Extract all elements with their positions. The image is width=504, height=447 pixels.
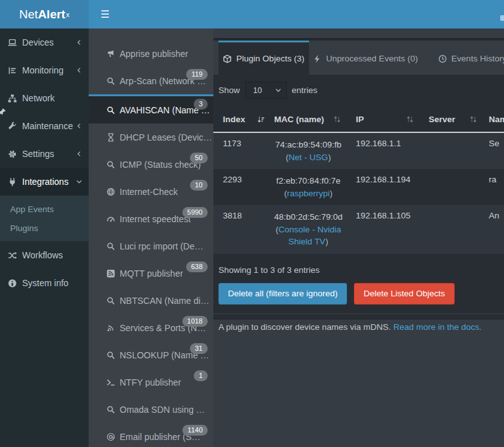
search-icon (106, 351, 115, 360)
docs-link[interactable]: Read more in the docs. (393, 322, 482, 332)
sidebar-item-label: Workflows (22, 250, 82, 260)
sidebar-item-network[interactable]: Network (0, 84, 89, 112)
chevron-left-icon (76, 123, 82, 129)
column-header-ip[interactable]: IP (346, 107, 419, 132)
plugin-item-luci-rpc-import[interactable]: Luci rpc import (De… (89, 232, 213, 260)
wrench-icon (8, 122, 17, 131)
sidebar-item-system-info[interactable]: System info (0, 269, 89, 297)
delete-listed-button[interactable]: Delete Listed Objects (354, 283, 454, 305)
column-label: Index (223, 115, 245, 124)
terminal-icon (106, 378, 115, 387)
paren: ) (325, 237, 329, 246)
plugin-item-label: Luci rpc import (De… (120, 241, 203, 251)
device-link[interactable]: raspberrypi (287, 189, 330, 198)
column-header-server[interactable]: Server (419, 107, 482, 132)
plugin-item-apprise-publisher[interactable]: Apprise publisher (89, 40, 213, 67)
plugin-item-dhcp-leases[interactable]: DHCP Leases (Devic… (89, 123, 213, 151)
plugin-item-label: Internet-Check (120, 187, 178, 197)
submenu-item-app-events[interactable]: App Events (0, 199, 89, 218)
tab-label: Unprocessed Events (0) (326, 54, 418, 63)
plugin-count-badge: 31 (190, 343, 208, 354)
cell-ip: 192.168.1.194 (346, 169, 419, 205)
plugin-item-internet-speedtest[interactable]: Internet speedtest 5990 (89, 205, 213, 232)
hourglass-icon (106, 133, 115, 142)
sidebar-item-settings[interactable]: Settings (0, 140, 89, 168)
column-label: MAC (name) (274, 115, 324, 124)
signal-icon (106, 324, 115, 332)
plugin-item-mqtt-publisher[interactable]: MQTT publisher 638 (89, 260, 213, 287)
logo-sup: x (66, 11, 70, 18)
caret-down-icon (275, 87, 282, 94)
plugin-item-services-ports[interactable]: Services & Ports (N… 1018 (89, 314, 213, 341)
tab-plugin-objects[interactable]: Plugin Objects (3) (218, 41, 309, 75)
table-row: 3818 48:b0:2d:5c:79:0d (Console - Nvidia… (213, 205, 504, 254)
plugin-item-label: MQTT publisher (120, 268, 183, 279)
integrations-submenu: App Events Plugins (0, 196, 89, 241)
plugin-item-icmp[interactable]: ICMP (Status check) 50 (89, 151, 213, 178)
cell-index: 3818 (213, 205, 270, 254)
sort-icon (333, 115, 341, 123)
laptop-icon (8, 38, 17, 47)
search-icon (106, 405, 115, 414)
tab-bar: Plugin Objects (3) Unprocessed Events (0… (213, 41, 504, 75)
sitemap-icon (8, 94, 17, 103)
device-link[interactable]: Console - Nvidia Shield TV (279, 225, 341, 247)
plugin-objects-panel: Show 10 entries Index MAC (name) (213, 75, 504, 320)
plugin-item-label: DHCP Leases (Devic… (120, 132, 212, 142)
plugin-item-label: Omada SDN using … (120, 405, 205, 415)
submenu-item-label: Plugins (10, 224, 38, 233)
chevron-left-icon (76, 39, 82, 46)
sidebar-item-devices[interactable]: Devices (0, 28, 89, 56)
delete-all-button[interactable]: Delete all (filters are ignored) (218, 283, 347, 305)
column-header-name[interactable]: Name (482, 107, 504, 132)
cell-index: 2293 (213, 169, 270, 205)
sidebar-item-monitoring[interactable]: Monitoring (0, 56, 89, 84)
app-logo[interactable]: NetAlertx (0, 0, 89, 28)
plugin-item-avahiscan[interactable]: AVAHISCAN (Name … 3 (89, 94, 213, 123)
page-length-value: 10 (253, 86, 262, 95)
plugin-item-nbtscan[interactable]: NBTSCAN (Name di… (89, 287, 213, 314)
plugin-count-badge: 3 (194, 99, 208, 110)
device-link[interactable]: Net - USG (289, 153, 328, 162)
chevron-left-icon (76, 151, 82, 157)
tab-unprocessed-events[interactable]: Unprocessed Events (0) (309, 41, 422, 75)
sidebar-item-workflows[interactable]: Workflows (0, 241, 89, 269)
submenu-item-plugins[interactable]: Plugins (0, 218, 89, 237)
bar-chart-icon (8, 66, 17, 75)
plugin-count-badge: 50 (190, 153, 208, 163)
plugin-item-internet-check[interactable]: Internet-Check 10 (89, 178, 213, 205)
plugin-nav-column: Apprise publisher Arp-Scan (Network … 11… (89, 28, 213, 447)
sidebar-item-maintenance[interactable]: Maintenance (0, 112, 89, 140)
plugin-count-badge: 1018 (182, 316, 208, 327)
sidebar-item-integrations[interactable]: Integrations (0, 168, 89, 196)
sidebar-item-label: Maintenance (22, 121, 76, 131)
info-circle-icon (8, 279, 17, 288)
column-header-mac[interactable]: MAC (name) (270, 107, 346, 132)
table-row: 2293 f2:eb:70:84:f0:7e (raspberrypi) 192… (213, 169, 504, 205)
tab-label: Plugin Objects (3) (236, 54, 304, 63)
plugin-item-ntfy-publisher[interactable]: NTFY publisher 1 (89, 368, 213, 396)
plugin-count-badge: 119 (186, 69, 208, 80)
sidebar-item-label: Monitoring (22, 65, 76, 75)
navbar-user-icon[interactable] (500, 15, 504, 21)
tab-events-history[interactable]: Events History (6) (422, 41, 504, 75)
clock-icon (438, 54, 447, 63)
mac-address: 48:b0:2d:5c:79:0d (274, 212, 343, 222)
plugin-item-label: Internet speedtest (120, 214, 191, 224)
bullhorn-icon (106, 49, 115, 58)
plugin-item-email-publisher[interactable]: Email publisher (S… 1140 (89, 423, 213, 447)
column-header-index[interactable]: Index (213, 107, 270, 132)
sidebar-toggle-button[interactable]: ☰ (95, 0, 115, 28)
logo-alert: Alert (38, 8, 65, 22)
gear-icon (8, 149, 17, 159)
sidebar-item-label: Network (22, 93, 82, 103)
sort-icon (406, 115, 414, 123)
rss-icon (106, 269, 115, 278)
plugin-item-omada-sdn[interactable]: Omada SDN using … (89, 396, 213, 423)
mac-address: f2:eb:70:84:f0:7e (276, 176, 340, 186)
plugin-item-nslookup[interactable]: NSLOOKUP (Name … 31 (89, 341, 213, 368)
plugin-item-arp-scan[interactable]: Arp-Scan (Network … 119 (89, 67, 213, 94)
cell-ip: 192.168.1.1 (346, 132, 419, 169)
sidebar-item-label: System info (22, 278, 82, 288)
page-length-select[interactable]: 10 (245, 82, 287, 99)
